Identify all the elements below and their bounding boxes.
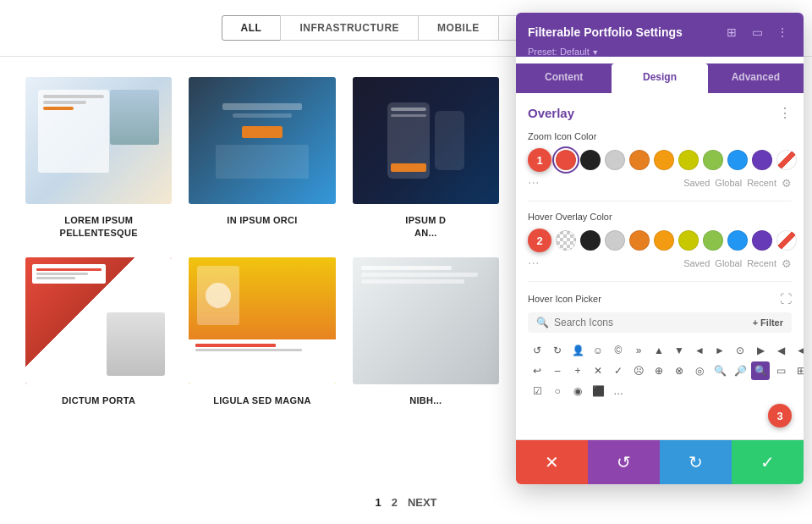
color-swatch-lime[interactable] [678,150,699,170]
icon-cell[interactable]: © [609,341,628,360]
icon-cell[interactable]: 🔎 [731,361,749,380]
save-button[interactable]: ✓ [732,440,804,484]
color-swatch-striped-2[interactable] [776,230,797,251]
tab-design[interactable]: Design [612,63,707,93]
color-swatch-orange-2[interactable] [629,230,650,251]
icon-cell[interactable]: ◎ [690,361,709,380]
icon-cell[interactable]: ☹ [629,361,648,380]
portfolio-thumb-6[interactable] [353,257,499,384]
gear-icon-1[interactable]: ⚙ [782,177,792,190]
color-swatch-green-2[interactable] [703,230,723,251]
color-swatch-black-2[interactable] [580,230,601,251]
search-icons-input[interactable] [554,317,748,328]
page-2[interactable]: 2 [392,496,398,509]
portfolio-thumb-2[interactable] [189,77,335,204]
overlay-title: Overlay [528,106,574,120]
resize-icon[interactable]: ⊞ [722,23,741,41]
color-swatch-striped-1[interactable] [776,150,797,170]
portfolio-thumb-5[interactable] [189,257,335,384]
icon-cell[interactable]: ◄ [690,341,709,360]
settings-panel: Filterable Portfolio Settings ⊞ ▭ ⋮ Pres… [516,13,804,484]
icon-cell[interactable]: ↺ [528,341,546,360]
color-swatch-blue[interactable] [727,150,748,170]
icon-cell[interactable]: ◄ [792,341,804,360]
icon-cell[interactable]: – [548,361,567,380]
icon-cell[interactable]: ⬛ [589,382,607,400]
hover-overlay-color-row: 2 [528,229,792,252]
icon-cell[interactable]: ◉ [568,382,587,400]
color-tab-recent-1[interactable]: Recent [747,178,776,188]
color-swatch-gray-2[interactable] [605,230,625,251]
icon-cell-active[interactable]: 🔍 [751,361,770,380]
cancel-button[interactable]: ✕ [516,440,588,484]
icon-cell[interactable]: ↻ [548,341,567,360]
gear-icon-2[interactable]: ⚙ [782,257,792,270]
icon-picker-expand-icon[interactable]: ⛶ [780,292,792,306]
icon-cell[interactable]: » [629,341,648,360]
portfolio-thumb-1[interactable] [25,77,172,204]
portfolio-title-5: LIGULA SED MAGNA [213,394,311,407]
page-next[interactable]: NEXT [408,496,437,509]
page-1[interactable]: 1 [375,496,381,509]
color-swatch-transparent[interactable] [556,230,576,251]
filter-button[interactable]: + Filter [753,317,783,328]
icon-cell[interactable]: ✕ [589,361,607,380]
tab-advanced[interactable]: Advanced [708,63,804,93]
color-swatch-yellow-2[interactable] [654,230,674,251]
color-swatch-yellow[interactable] [654,150,674,170]
icon-cell[interactable]: ☑ [528,382,546,400]
section-menu-icon[interactable]: ⋮ [778,105,792,121]
icon-cell[interactable]: ▲ [650,341,668,360]
more-dots-2[interactable]: ··· [528,256,539,271]
icon-cell[interactable]: ◀ [771,341,790,360]
icon-cell[interactable]: ⊕ [650,361,668,380]
tab-mobile[interactable]: MOBILE [418,15,499,41]
portfolio-title-3: IPSUM DAN... [405,214,446,240]
icon-cell[interactable]: ▭ [771,361,790,380]
tab-content[interactable]: Content [516,63,612,93]
color-swatch-green[interactable] [703,150,723,170]
more-options-icon[interactable]: ⋮ [773,23,792,41]
color-swatch-gray[interactable] [605,150,625,170]
color-tab-saved-1[interactable]: Saved [683,178,710,188]
icon-cell[interactable]: … [609,382,628,400]
icon-cell[interactable]: 👤 [568,341,587,360]
icon-cell[interactable]: + [568,361,587,380]
icon-cell[interactable]: ► [710,341,729,360]
color-swatch-lime-2[interactable] [678,230,699,251]
icon-cell[interactable]: ⊙ [731,341,749,360]
icon-cell[interactable]: ○ [548,382,567,400]
color-swatch-purple-2[interactable] [752,230,772,251]
color-tab-saved-2[interactable]: Saved [683,258,710,268]
icon-cell[interactable]: ▼ [670,341,689,360]
icon-cell[interactable]: ⊗ [670,361,689,380]
more-dots-1[interactable]: ··· [528,175,539,190]
color-tab-global-2[interactable]: Global [715,258,742,268]
tab-all[interactable]: ALL [222,15,282,41]
panel-header: Filterable Portfolio Settings ⊞ ▭ ⋮ Pres… [516,13,804,57]
redo-button[interactable]: ↻ [660,440,732,484]
icon-cell[interactable]: ☺ [589,341,607,360]
icon-cell[interactable]: ↩ [528,361,546,380]
badge-1: 1 [528,148,551,172]
icon-cell[interactable]: ▶ [751,341,770,360]
portfolio-thumb-3[interactable] [353,77,499,204]
tab-infrastructure[interactable]: INFRASTRUCTURE [280,15,419,41]
icon-cell[interactable]: 🔍 [710,361,729,380]
color-swatch-red[interactable] [556,150,576,170]
icon-grid: ↺ ↻ 👤 ☺ © » ▲ ▼ ◄ ► ⊙ ▶ ◀ ◄ ► ↩ – + ✕ ✓ … [528,341,792,400]
collapse-icon[interactable]: ▭ [748,23,766,41]
color-swatch-blue-2[interactable] [727,230,748,251]
color-swatch-black[interactable] [580,150,601,170]
color-tab-recent-2[interactable]: Recent [747,258,776,268]
color-tab-global-1[interactable]: Global [715,178,742,188]
color-swatch-purple[interactable] [752,150,772,170]
color-swatch-orange[interactable] [629,150,650,170]
icon-cell[interactable]: ⊞ [792,361,804,380]
reset-button[interactable]: ↺ [588,440,660,484]
portfolio-title-2: IN IPSUM ORCI [227,214,297,227]
separator-2 [528,281,792,282]
preset-label[interactable]: Preset: Default [528,47,792,57]
portfolio-thumb-4[interactable] [25,257,172,384]
icon-cell[interactable]: ✓ [609,361,628,380]
